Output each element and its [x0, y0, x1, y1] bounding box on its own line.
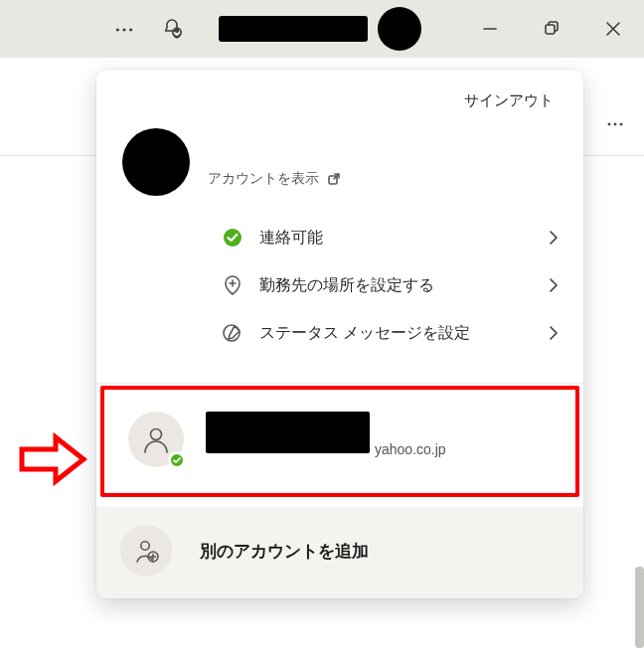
- redacted-secondary-name: [206, 412, 370, 453]
- profile-row: アカウントを表示: [96, 118, 583, 200]
- secondary-account-email-suffix: yahoo.co.jp: [375, 441, 446, 457]
- add-account-icon: [120, 525, 172, 577]
- secondary-account-avatar-wrap: [128, 412, 184, 467]
- add-account-row[interactable]: 別のアカウントを追加: [96, 507, 583, 598]
- menu-item-label: 連絡可能: [259, 228, 323, 249]
- close-button[interactable]: [582, 0, 644, 58]
- secondary-account-info: yahoo.co.jp: [206, 412, 446, 457]
- chevron-right-icon: [548, 229, 560, 247]
- menu-item-availability[interactable]: 連絡可能: [114, 214, 565, 261]
- profile-right: アカウントを表示: [208, 124, 341, 188]
- status-menu: 連絡可能 勤務先の場所を設定する: [96, 200, 583, 375]
- titlebar-identity[interactable]: [219, 7, 421, 51]
- redacted-name: [219, 16, 368, 42]
- person-icon: [141, 424, 171, 454]
- svg-point-7: [141, 542, 149, 550]
- menu-item-label: 勤務先の場所を設定する: [259, 275, 434, 296]
- view-account-label: アカウントを表示: [208, 170, 319, 188]
- signout-row: サインアウト: [96, 70, 583, 118]
- card-divider: [96, 383, 583, 384]
- account-popover: サインアウト アカウントを表示 連絡可能: [96, 70, 583, 598]
- titlebar: ⋯: [0, 0, 644, 58]
- notifications-icon[interactable]: [147, 0, 197, 58]
- chevron-right-icon: [548, 276, 560, 294]
- view-account-link[interactable]: アカウントを表示: [208, 170, 341, 188]
- scrollbar-thumb[interactable]: [635, 567, 644, 648]
- edit-status-icon: [222, 322, 243, 344]
- menu-item-label: ステータス メッセージを設定: [259, 323, 470, 344]
- svg-point-6: [151, 429, 162, 440]
- secondary-account-row[interactable]: yahoo.co.jp: [100, 386, 579, 497]
- signout-link[interactable]: サインアウト: [456, 87, 562, 114]
- external-link-icon: [327, 172, 341, 186]
- chevron-right-icon: [548, 324, 560, 342]
- page-more-button[interactable]: ⋯: [596, 103, 636, 143]
- window-controls: [459, 0, 644, 58]
- profile-avatar: [122, 128, 190, 196]
- titlebar-more-button[interactable]: ⋯: [103, 0, 147, 58]
- minimize-button[interactable]: [459, 0, 521, 58]
- maximize-button[interactable]: [521, 0, 582, 58]
- presence-badge-available-icon: [168, 451, 186, 469]
- menu-item-work-location[interactable]: 勤務先の場所を設定する: [114, 261, 565, 309]
- titlebar-avatar: [378, 7, 421, 51]
- menu-item-status-message[interactable]: ステータス メッセージを設定: [114, 309, 565, 357]
- location-add-icon: [222, 274, 243, 296]
- annotation-arrow-icon: [18, 431, 89, 487]
- add-account-label: 別のアカウントを追加: [200, 540, 369, 563]
- svg-rect-2: [546, 25, 555, 34]
- presence-available-icon: [222, 227, 243, 249]
